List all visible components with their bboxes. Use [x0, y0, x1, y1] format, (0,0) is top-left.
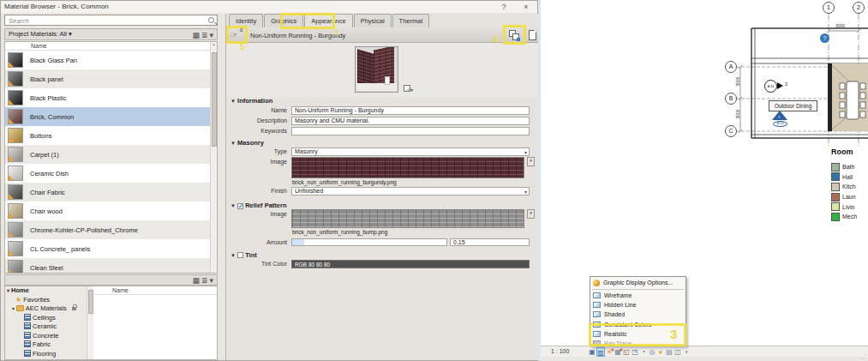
tree-expand-icon[interactable]: ▾	[12, 306, 15, 311]
crop-view-icon[interactable]: ◱	[622, 347, 631, 357]
name-field[interactable]: Non-Uniform Running - Burgundy	[291, 106, 530, 115]
detail-level-icon[interactable]: ▣	[588, 347, 596, 357]
collapse-arrow-icon[interactable]: ‹	[682, 347, 691, 357]
section-marker[interactable]: A-34	[764, 80, 777, 93]
material-row[interactable]: Chair Fabric	[5, 183, 217, 202]
menu-item-graphic-display-options[interactable]: Graphic Display Options...	[590, 277, 685, 288]
grid-bubble-b[interactable]: B	[725, 93, 737, 105]
visual-style-icon[interactable]: ▥	[596, 347, 605, 357]
keywords-field[interactable]	[291, 127, 530, 135]
drawing-area[interactable]: 1 2 A B C 3000 3000 3000 ? A-34 2 Outdoo…	[541, 0, 868, 361]
scale-button[interactable]: 1 : 100	[551, 348, 569, 354]
masonry-image-preview[interactable]	[291, 157, 524, 178]
tree-item-category[interactable]: Ceilings	[5, 314, 87, 323]
callout-box-appearance-tab	[280, 13, 335, 29]
tree-item-category[interactable]: Flooring	[5, 350, 87, 359]
reveal-hidden-elements-icon[interactable]: ●	[656, 347, 665, 357]
asset-preview-thumbnail[interactable]	[355, 46, 398, 93]
project-materials-filter[interactable]: Project Materials: All ▾ ▦≣▾	[4, 28, 218, 40]
material-row[interactable]: CL Concrete_ panels	[5, 239, 217, 258]
tree-item-category[interactable]: Fabric	[5, 340, 87, 350]
grid-view-icon[interactable]: ▦	[192, 276, 201, 285]
amount-slider[interactable]	[291, 238, 447, 246]
tree-item-home[interactable]: ▾ Home	[5, 286, 87, 296]
materials-scrollbar[interactable]: ▲	[210, 42, 217, 273]
section-expand-icon[interactable]: ▼	[230, 141, 236, 146]
temporary-view-properties-icon[interactable]: ▤	[665, 347, 673, 357]
material-row[interactable]: Ceramic Dish	[5, 164, 217, 183]
scrollbar-thumb[interactable]	[212, 52, 217, 147]
view-dropdown-icon[interactable]: ▾	[209, 276, 215, 285]
temporary-hide-isolate-icon[interactable]: ◎	[648, 347, 656, 357]
material-row[interactable]: Carpet (1)	[5, 145, 217, 164]
close-button[interactable]: ×	[520, 1, 532, 13]
finish-dropdown[interactable]: Unfinished	[291, 187, 530, 196]
material-thumbnail	[8, 222, 23, 238]
help-badge-icon[interactable]: ?	[820, 33, 829, 43]
name-label: Name	[226, 107, 287, 113]
relief-image-preview[interactable]	[291, 209, 524, 228]
grid-bubble-c[interactable]: C	[725, 125, 737, 137]
material-thumbnail	[8, 90, 23, 105]
material-row[interactable]: Brick, Common	[5, 107, 217, 126]
tree-expand-icon[interactable]: ▾	[7, 288, 9, 293]
dialog-titlebar[interactable]: Material Browser - Brick, Common ? ×	[1, 1, 537, 13]
menu-item[interactable]: Shaded	[590, 310, 685, 319]
tree-item-favorites[interactable]: ★ Favorites	[5, 296, 87, 305]
view-dropdown-icon[interactable]: ▾	[209, 31, 215, 39]
tree-item-category[interactable]: Concrete	[5, 332, 87, 341]
grid-view-icon[interactable]: ▦	[192, 31, 201, 39]
material-row[interactable]: Black Glass Pan	[5, 51, 217, 69]
material-name: Black Plastic	[30, 94, 67, 102]
material-row[interactable]: Black Plastic	[5, 88, 217, 107]
tree-item-aec-materials[interactable]: ▾ AEC Materials	[5, 304, 87, 314]
material-row[interactable]: Chrome-Kohler-CP-Polished_Chrome	[5, 220, 217, 239]
duplicate-asset-button[interactable]	[529, 30, 536, 40]
tree-scrollbar[interactable]	[87, 286, 93, 359]
information-section-header[interactable]: ▼ Information	[230, 97, 272, 105]
help-button[interactable]: ?	[498, 1, 510, 13]
search-input[interactable]: Search	[4, 15, 218, 26]
tree-item-category[interactable]: Ceramic	[5, 322, 87, 332]
grid-bubble-2[interactable]: 2	[853, 2, 865, 14]
shadows-icon[interactable]: ▦	[614, 347, 622, 357]
legend-label: Bath	[842, 164, 854, 170]
rendering-dialog-icon[interactable]: ◔	[639, 347, 648, 357]
editor-tab[interactable]: Thermal	[392, 14, 430, 27]
masonry-image-filename: brick_non_uniform_running_burgundy.png	[292, 179, 397, 185]
callout-number-2: 2	[334, 28, 338, 37]
section-expand-icon[interactable]: ▼	[230, 203, 236, 208]
masonry-image-options-button[interactable]: ▾	[527, 157, 535, 166]
material-row[interactable]: Black panel	[5, 69, 217, 88]
relief-image-options-button[interactable]: ▾	[527, 209, 535, 219]
material-row[interactable]: Chair wood	[5, 202, 217, 220]
material-row[interactable]: Buttons	[5, 126, 217, 145]
tint-color-swatch[interactable]: RGB 80 80 80	[291, 260, 530, 268]
section-expand-icon[interactable]: ▼	[230, 253, 236, 258]
grid-bubble-a[interactable]: A	[725, 61, 737, 73]
menu-item[interactable]: Hidden Line	[590, 300, 685, 310]
visual-style-cube-icon	[593, 311, 601, 317]
editor-tab[interactable]: Physical	[354, 14, 392, 27]
masonry-type-dropdown[interactable]: Masonry	[291, 147, 530, 156]
section-arrow-icon	[777, 82, 783, 89]
relief-pattern-checkbox[interactable]: ✓	[237, 203, 243, 209]
menu-item[interactable]: Wireframe	[590, 291, 685, 300]
sun-path-icon[interactable]: ☀	[605, 347, 614, 357]
resize-grip[interactable]: ⋰	[861, 353, 867, 360]
description-field[interactable]: Masonry and CMU material.	[291, 117, 530, 125]
preview-scene-button[interactable]: ▾	[404, 85, 416, 93]
masonry-section-header[interactable]: ▼ Masonry	[230, 139, 264, 147]
tint-section-header[interactable]: ▼ Tint	[230, 251, 257, 259]
scroll-up-icon[interactable]: ▲	[213, 42, 216, 46]
amount-value-field[interactable]: 0,15	[450, 238, 530, 246]
search-icon	[208, 17, 214, 23]
show-crop-region-icon[interactable]: ◳	[631, 347, 639, 357]
analytical-model-icon[interactable]: ◫	[673, 347, 682, 357]
tint-checkbox[interactable]	[237, 252, 243, 258]
finish-label: Finish	[226, 188, 287, 194]
material-row[interactable]: Clean Steel	[5, 258, 217, 274]
grid-bubble-1[interactable]: 1	[823, 2, 835, 14]
relief-pattern-section-header[interactable]: ▼ ✓ Relief Pattern	[230, 202, 287, 209]
section-expand-icon[interactable]: ▼	[230, 99, 236, 104]
